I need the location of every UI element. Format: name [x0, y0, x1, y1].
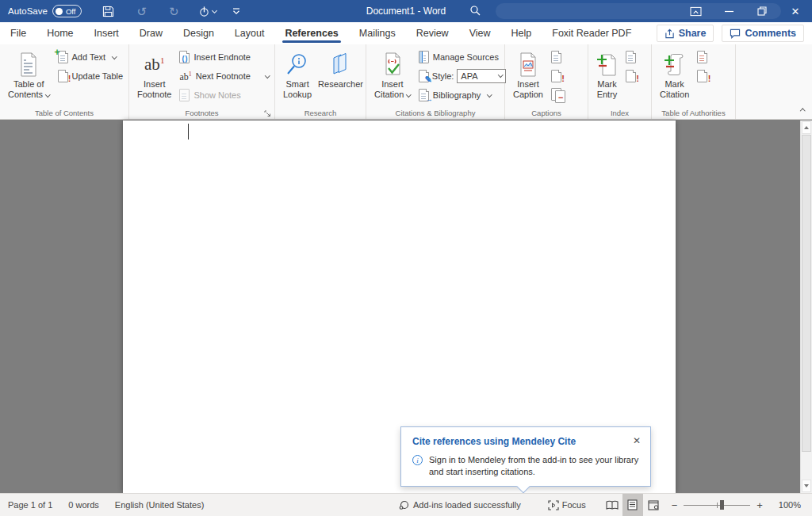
add-text-button[interactable]: + Add Text — [58, 50, 124, 63]
autosave-state: Off — [66, 7, 76, 16]
language-indicator[interactable]: English (United States) — [107, 500, 213, 510]
zoom-out-button[interactable]: − — [672, 500, 678, 510]
cross-reference-button[interactable]: − — [551, 88, 565, 101]
tab-foxit-reader-pdf[interactable]: Foxit Reader PDF — [542, 22, 642, 44]
web-layout-button[interactable] — [643, 494, 664, 516]
popup-close-button[interactable]: ✕ — [633, 436, 641, 445]
info-icon: i — [412, 455, 423, 465]
bibliography-button[interactable]: → Bibliography — [419, 88, 507, 101]
share-label: Share — [679, 28, 707, 39]
insert-caption-label-line2: Caption — [513, 90, 543, 100]
next-footnote-icon: ab1 — [179, 69, 191, 83]
ribbon-tab-bar: File Home Insert Draw Design Layout Refe… — [0, 22, 812, 44]
undo-icon[interactable]: ↺ — [136, 6, 147, 17]
tab-mailings[interactable]: Mailings — [349, 22, 406, 44]
zoom-level[interactable]: 100% — [771, 500, 812, 510]
restore-icon — [757, 6, 767, 16]
zoom-slider[interactable] — [684, 500, 750, 510]
autosave-pill[interactable]: Off — [52, 5, 82, 17]
word-count[interactable]: 0 words — [60, 500, 107, 510]
mark-citation-button[interactable]: Mark Citation — [657, 48, 692, 101]
scrollbar-up-button[interactable] — [802, 121, 811, 134]
tab-file[interactable]: File — [0, 22, 36, 44]
addins-icon — [399, 500, 410, 510]
zoom-in-button[interactable]: + — [756, 500, 763, 510]
tab-help[interactable]: Help — [501, 22, 542, 44]
quick-access-toolbar-button[interactable] — [232, 8, 240, 15]
ribbon-display-options-button[interactable] — [679, 0, 712, 22]
print-layout-button[interactable] — [622, 494, 643, 516]
insert-footnote-label-line2: Footnote — [137, 90, 171, 100]
insert-table-of-figures-button[interactable] — [551, 50, 565, 63]
insert-endnote-button[interactable]: () Insert Endnote — [179, 50, 269, 63]
touch-mode-button[interactable] — [198, 6, 216, 17]
redo-icon[interactable]: ↻ — [169, 6, 179, 17]
close-button[interactable]: ✕ — [779, 0, 812, 22]
tab-home[interactable]: Home — [36, 22, 83, 44]
show-notes-icon — [179, 89, 190, 101]
researcher-button[interactable]: Researcher — [315, 48, 366, 91]
group-citations-bibliography: Insert Citation Manage Sources ✎ Style: … — [366, 44, 505, 119]
toc-label-line1: Table of — [13, 79, 44, 90]
show-notes-button: Show Notes — [179, 88, 269, 101]
addins-status-label: Add-ins loaded successfully — [413, 500, 521, 510]
text-cursor — [188, 124, 189, 140]
toc-label-line2: Contents — [8, 90, 43, 99]
insert-index-button[interactable] — [626, 50, 636, 63]
scrollbar-thumb[interactable] — [802, 135, 811, 452]
focus-button[interactable]: Focus — [540, 500, 594, 510]
insert-citation-label-line2: Citation — [374, 90, 404, 99]
next-footnote-dropdown-icon[interactable] — [265, 73, 270, 78]
update-table-button[interactable]: ! Update Table — [58, 69, 124, 82]
read-mode-button[interactable] — [602, 494, 622, 516]
update-table-of-figures-button[interactable]: ! — [551, 69, 565, 82]
save-button[interactable] — [102, 6, 114, 17]
tab-view[interactable]: View — [459, 22, 501, 44]
tab-insert[interactable]: Insert — [84, 22, 129, 44]
cross-reference-icon: − — [551, 88, 565, 102]
touch-mode-icon — [198, 6, 210, 17]
tab-layout[interactable]: Layout — [224, 22, 275, 44]
tab-design[interactable]: Design — [173, 22, 224, 44]
scrollbar-down-button[interactable] — [802, 480, 811, 492]
mark-entry-button[interactable]: Mark Entry — [593, 48, 621, 101]
autosave-toggle[interactable]: AutoSave Off — [8, 5, 82, 17]
researcher-label: Researcher — [318, 79, 363, 90]
next-footnote-button[interactable]: ab1 Next Footnote — [179, 69, 269, 82]
insert-table-of-authorities-button[interactable] — [697, 50, 707, 63]
search-button[interactable] — [469, 5, 481, 16]
group-label-captions: Captions — [505, 109, 588, 117]
group-label-citations: Citations & Bibliography — [366, 109, 504, 117]
insert-caption-button[interactable]: Insert Caption — [510, 48, 546, 101]
insert-footnote-button[interactable]: ab1 Insert Footnote — [134, 48, 174, 101]
footnotes-dialog-launcher-icon[interactable] — [264, 110, 271, 117]
update-table-of-authorities-button[interactable]: ! — [697, 69, 707, 82]
chevron-down-icon — [498, 72, 503, 77]
group-table-of-contents: Table of Contents + Add Text ! Update Ta… — [0, 44, 129, 119]
update-table-icon: ! — [58, 70, 68, 82]
collapse-ribbon-button[interactable] — [801, 101, 805, 116]
group-index: Mark Entry ! Index — [588, 44, 652, 119]
update-index-button[interactable]: ! — [626, 69, 636, 82]
page-indicator[interactable]: Page 1 of 1 — [0, 500, 60, 510]
minimize-button[interactable] — [712, 0, 745, 22]
table-of-contents-button[interactable]: Table of Contents — [5, 48, 53, 101]
tab-references[interactable]: References — [274, 22, 348, 44]
tab-review[interactable]: Review — [406, 22, 459, 44]
smart-lookup-button[interactable]: Smart Lookup — [280, 48, 315, 101]
insert-index-icon — [626, 51, 636, 63]
zoom-slider-thumb[interactable] — [720, 500, 724, 510]
insert-citation-icon — [381, 49, 404, 79]
chevron-down-icon — [406, 92, 411, 97]
addins-status[interactable]: Add-ins loaded successfully — [391, 500, 529, 510]
insert-citation-button[interactable]: Insert Citation — [371, 48, 414, 101]
comments-button[interactable]: Comments — [722, 25, 804, 42]
tab-draw[interactable]: Draw — [129, 22, 173, 44]
share-button[interactable]: Share — [657, 25, 714, 42]
style-dropdown[interactable]: APA — [457, 69, 506, 83]
restore-button[interactable] — [745, 0, 779, 22]
manage-sources-button[interactable]: Manage Sources — [419, 50, 507, 63]
ribbon: Table of Contents + Add Text ! Update Ta… — [0, 44, 812, 120]
word-window: AutoSave Off ↺ ↻ Document1 - Word — [0, 0, 812, 516]
vertical-scrollbar[interactable] — [800, 120, 812, 493]
